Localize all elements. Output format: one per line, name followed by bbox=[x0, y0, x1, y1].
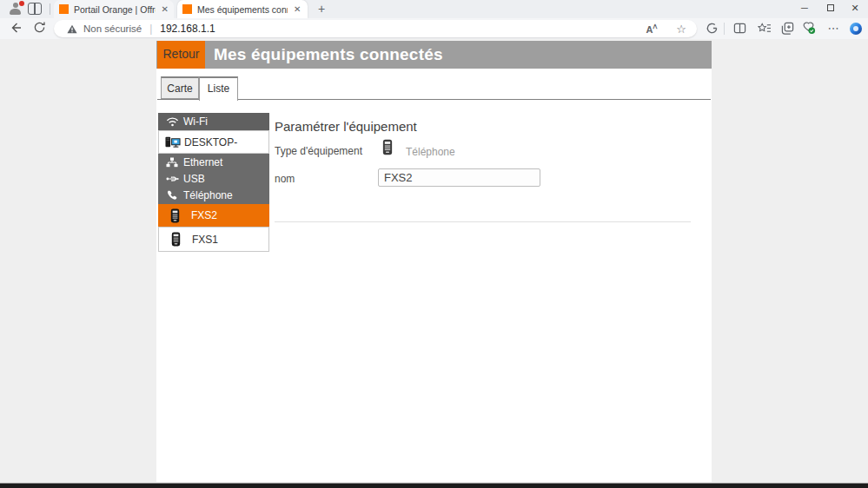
orange-favicon-icon bbox=[59, 4, 69, 14]
settings-more-icon[interactable]: ⋯ bbox=[825, 22, 841, 36]
sidebar-item-label: USB bbox=[183, 173, 205, 185]
refresh-button[interactable] bbox=[33, 21, 49, 36]
panel-divider bbox=[275, 221, 691, 222]
tab-rule-divider bbox=[157, 99, 711, 100]
tab-close-icon[interactable]: ✕ bbox=[162, 4, 169, 14]
livebox-app-container: Retour Mes équipements connectés Carte L… bbox=[156, 41, 712, 482]
sidebar-item-label: Téléphone bbox=[183, 189, 233, 201]
sidebar-item-desktop[interactable]: DESKTOP- bbox=[158, 130, 269, 154]
tab-close-icon[interactable]: ✕ bbox=[294, 4, 301, 14]
address-separator: | bbox=[149, 23, 152, 35]
window-restore-button[interactable] bbox=[819, 0, 842, 16]
equipment-type-label: Type d'équipement bbox=[275, 145, 362, 157]
refresh-icon bbox=[33, 21, 46, 34]
dect-phone-icon bbox=[167, 208, 182, 223]
collections-icon[interactable] bbox=[779, 22, 795, 36]
page-title: Mes équipements connectés bbox=[214, 41, 443, 69]
extension-icon[interactable] bbox=[704, 22, 719, 36]
name-field-label: nom bbox=[275, 173, 295, 185]
sidebar-item-fxs1[interactable]: FXS1 bbox=[158, 227, 269, 252]
sidebar-item-label: DESKTOP- bbox=[184, 136, 237, 148]
ethernet-icon bbox=[164, 157, 180, 168]
tab-carte[interactable]: Carte bbox=[161, 76, 199, 99]
favorite-star-icon[interactable]: ☆ bbox=[676, 23, 686, 36]
tab-separator bbox=[50, 3, 50, 15]
security-label: Non sécurisé bbox=[83, 23, 142, 34]
browser-tab-equipements[interactable]: Mes équipements connectés - Li ✕ bbox=[177, 0, 308, 18]
address-bar[interactable]: Non sécurisé | 192.168.1.1 Aᐱ ☆ bbox=[54, 20, 697, 37]
tab-liste[interactable]: Liste bbox=[199, 76, 238, 101]
desktop-computer-icon bbox=[165, 135, 181, 148]
app-header-bar: Retour Mes équipements connectés bbox=[156, 41, 712, 69]
tab-title: Portail Orange | Offres Mobiles, bbox=[74, 4, 156, 15]
back-button[interactable] bbox=[9, 21, 24, 36]
sidebar-item-fxs2[interactable]: FXS2 bbox=[158, 204, 269, 227]
retour-back-button[interactable]: Retour bbox=[157, 41, 205, 69]
sidebar-item-label: FXS1 bbox=[192, 234, 218, 246]
profile-button[interactable] bbox=[7, 2, 24, 16]
tab-title: Mes équipements connectés - Li bbox=[197, 4, 288, 15]
favorites-list-icon[interactable] bbox=[757, 22, 772, 36]
sidebar-item-label: Ethernet bbox=[183, 156, 222, 168]
split-screen-icon[interactable] bbox=[732, 22, 747, 36]
copilot-icon[interactable] bbox=[848, 22, 864, 36]
sidebar-item-label: FXS2 bbox=[191, 209, 217, 221]
phone-handset-icon bbox=[164, 190, 180, 201]
sidebar-item-ethernet[interactable]: Ethernet bbox=[158, 154, 269, 170]
panel-heading: Paramétrer l'équipement bbox=[275, 119, 417, 134]
url-text: 192.168.1.1 bbox=[160, 23, 215, 35]
read-aloud-icon[interactable]: Aᐱ bbox=[646, 23, 658, 35]
usb-icon bbox=[164, 175, 180, 183]
back-arrow-icon bbox=[9, 21, 23, 35]
browser-titlebar: Portail Orange | Offres Mobiles, ✕ Mes é… bbox=[0, 0, 868, 18]
not-secure-warning-icon bbox=[67, 24, 77, 34]
equipment-type-value: Téléphone bbox=[406, 146, 455, 158]
browser-essentials-icon[interactable] bbox=[801, 22, 817, 36]
toolbar-separator bbox=[724, 23, 725, 35]
sidebar-item-telephone[interactable]: Téléphone bbox=[158, 187, 269, 204]
dect-phone-icon bbox=[382, 139, 393, 159]
sidebar-item-usb[interactable]: USB bbox=[158, 170, 269, 187]
window-bottom-edge bbox=[0, 483, 868, 488]
wifi-icon bbox=[164, 116, 180, 127]
orange-favicon-icon bbox=[182, 4, 192, 14]
page-background: Retour Mes équipements connectés Carte L… bbox=[0, 39, 868, 483]
name-input[interactable] bbox=[378, 168, 540, 187]
sidebar-item-wifi[interactable]: Wi-Fi bbox=[158, 113, 269, 130]
dect-phone-icon bbox=[168, 232, 183, 247]
window-minimize-button[interactable]: ─ bbox=[793, 0, 816, 16]
workspaces-icon[interactable] bbox=[28, 3, 42, 15]
sidebar-item-label: Wi-Fi bbox=[183, 115, 208, 128]
new-tab-button[interactable]: + bbox=[315, 3, 328, 16]
browser-toolbar: Non sécurisé | 192.168.1.1 Aᐱ ☆ ⋯ bbox=[0, 18, 868, 39]
window-close-button[interactable]: ✕ bbox=[844, 0, 866, 16]
notification-badge bbox=[19, 1, 24, 6]
browser-tab-portail-orange[interactable]: Portail Orange | Offres Mobiles, ✕ bbox=[54, 0, 174, 18]
